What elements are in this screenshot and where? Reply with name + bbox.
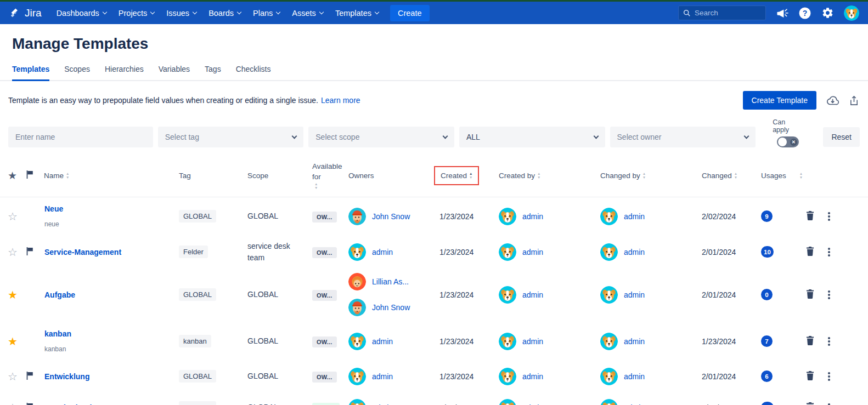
flag-icon[interactable] — [26, 403, 33, 405]
owner-link[interactable]: John Snow — [372, 212, 410, 221]
flag-column-icon[interactable] — [26, 170, 33, 180]
template-name-link[interactable]: Aufgabe — [44, 290, 179, 299]
usages-badge[interactable]: 9 — [761, 210, 773, 222]
user-link[interactable]: admin — [522, 212, 543, 221]
owner-link[interactable]: admin — [372, 337, 393, 346]
star-outline-icon[interactable]: ☆ — [8, 210, 18, 223]
flag-icon[interactable] — [26, 247, 33, 257]
can-apply-toggle[interactable]: ✕ — [777, 136, 799, 147]
star-outline-icon[interactable]: ☆ — [8, 246, 18, 258]
row-actions-menu-button[interactable] — [826, 401, 832, 405]
user-link[interactable]: admin — [624, 248, 645, 256]
header-owners[interactable]: Owners — [348, 172, 439, 180]
star-filled-icon[interactable]: ★ — [8, 289, 18, 301]
owner-link[interactable]: admin — [372, 248, 393, 256]
delete-button[interactable] — [804, 369, 816, 384]
tab-variables[interactable]: Variables — [159, 65, 190, 80]
star-filled-icon[interactable]: ★ — [8, 335, 18, 347]
create-template-button[interactable]: Create Template — [743, 91, 816, 110]
user-link[interactable]: admin — [624, 212, 645, 221]
template-name-link[interactable]: Neue — [44, 204, 179, 213]
row-actions-menu-button[interactable] — [826, 288, 832, 301]
usages-badge[interactable]: 12 — [761, 402, 774, 405]
create-button[interactable]: Create — [390, 5, 430, 21]
gear-icon[interactable] — [821, 7, 834, 19]
name-filter-input[interactable] — [15, 133, 146, 141]
user-link[interactable]: admin — [624, 337, 645, 346]
tab-hierarchies[interactable]: Hierarchies — [105, 65, 144, 80]
user-avatar[interactable] — [844, 5, 859, 21]
template-name-link[interactable]: Service-Management — [44, 248, 179, 256]
nav-boards[interactable]: Boards — [202, 9, 247, 18]
usages-badge[interactable]: 10 — [761, 246, 774, 258]
tab-scopes[interactable]: Scopes — [64, 65, 90, 80]
header-created[interactable]: Created▲▼ — [439, 170, 499, 181]
delete-button[interactable] — [804, 334, 816, 349]
delete-button[interactable] — [804, 287, 816, 303]
row-actions-menu-button[interactable] — [826, 210, 832, 223]
delete-button[interactable] — [804, 244, 816, 260]
header-scope[interactable]: Scope — [247, 172, 312, 180]
user-link[interactable]: admin — [522, 290, 543, 299]
user-link[interactable]: admin — [624, 290, 645, 299]
search-box[interactable] — [678, 5, 766, 20]
nav-dashboards[interactable]: Dashboards — [50, 9, 112, 18]
nav-projects[interactable]: Projects — [112, 9, 160, 18]
flag-icon[interactable] — [26, 372, 33, 381]
search-input[interactable] — [695, 9, 761, 17]
jira-logo[interactable]: Jira — [9, 7, 42, 19]
reset-button[interactable]: Reset — [823, 127, 860, 147]
changed-date: 2/01/2024 — [702, 248, 736, 256]
owner-link[interactable]: Lillian As... — [372, 277, 409, 286]
kebab-menu-icon — [828, 248, 830, 256]
nav-templates[interactable]: Templates — [329, 9, 385, 18]
availability-filter-select[interactable]: ALL — [459, 127, 605, 147]
user-link[interactable]: admin — [522, 248, 543, 256]
learn-more-link[interactable]: Learn more — [321, 96, 360, 105]
template-name-link[interactable]: kanban — [44, 329, 179, 338]
tag-filter-select[interactable]: Select tag — [158, 127, 304, 147]
owners-cell: admin — [348, 243, 439, 261]
row-actions-menu-button[interactable] — [826, 370, 832, 383]
template-name-link[interactable]: Entwicklung — [44, 372, 179, 381]
scope-value: GLOBAL — [247, 212, 288, 220]
usages-badge[interactable]: 0 — [761, 289, 773, 300]
row-actions-menu-button[interactable] — [826, 335, 832, 348]
import-cloud-icon[interactable] — [826, 95, 839, 106]
user-link[interactable]: admin — [522, 337, 543, 346]
header-available-for[interactable]: Available for▲▼ — [312, 162, 348, 190]
help-icon[interactable]: ? — [798, 7, 811, 20]
row-actions-menu-button[interactable] — [826, 246, 832, 259]
export-icon[interactable] — [849, 95, 859, 106]
scope-filter-select[interactable]: Select scope — [308, 127, 454, 147]
delete-button[interactable] — [804, 400, 816, 405]
header-usages[interactable]: Usages▲▼ — [761, 172, 804, 180]
user-link[interactable]: admin — [624, 372, 645, 381]
nav-assets[interactable]: Assets — [286, 9, 329, 18]
kebab-menu-icon — [828, 290, 830, 299]
tab-templates[interactable]: Templates — [12, 65, 49, 81]
avatar-man-red-hat — [348, 299, 366, 316]
megaphone-icon[interactable] — [776, 7, 788, 19]
owner-link[interactable]: admin — [372, 372, 393, 381]
owner-filter-select[interactable]: Select owner — [610, 127, 756, 147]
header-changed[interactable]: Changed▲▼ — [702, 172, 761, 180]
owners-cell: admin — [348, 333, 439, 350]
user-link[interactable]: admin — [522, 372, 543, 381]
tab-checklists[interactable]: Checklists — [236, 65, 271, 80]
star-outline-icon[interactable]: ☆ — [8, 370, 18, 383]
owner-link[interactable]: John Snow — [372, 303, 410, 312]
delete-button[interactable] — [804, 209, 816, 224]
tab-tags[interactable]: Tags — [205, 65, 221, 80]
nav-plans[interactable]: Plans — [247, 9, 286, 18]
header-tag[interactable]: Tag — [179, 172, 247, 180]
header-created-by[interactable]: Created by▲▼ — [499, 172, 600, 180]
name-filter[interactable] — [8, 127, 153, 147]
nav-issues[interactable]: Issues — [160, 9, 202, 18]
usages-badge[interactable]: 7 — [761, 335, 773, 347]
header-name[interactable]: Name▲▼ — [44, 172, 179, 180]
usages-badge[interactable]: 6 — [761, 370, 773, 382]
star-column-icon[interactable]: ★ — [8, 169, 17, 182]
star-outline-icon[interactable]: ☆ — [8, 402, 18, 405]
header-changed-by[interactable]: Changed by▲▼ — [600, 172, 702, 180]
